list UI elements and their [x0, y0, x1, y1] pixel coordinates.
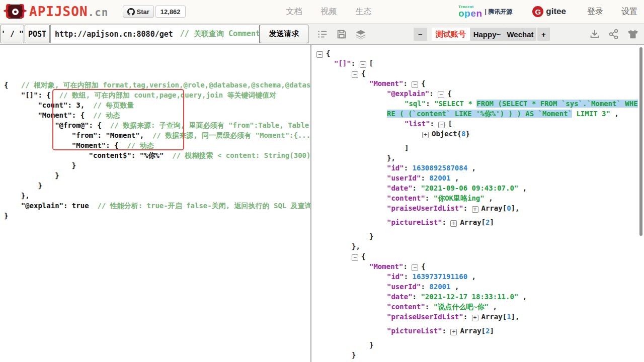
gitee-icon: G: [532, 6, 543, 17]
request-toolbar: ' / " POST http://apijson.cn:8080/get //…: [0, 24, 644, 45]
quote-toggle-button[interactable]: ' / ": [1, 25, 24, 43]
json-row: "list": −[: [311, 119, 644, 129]
nav-videos[interactable]: 视频: [321, 7, 337, 17]
json-row: "Moment": −{: [311, 261, 644, 272]
star-count: 12,862: [155, 6, 186, 18]
expand-toggle-icon[interactable]: +: [472, 206, 478, 213]
code-line: { // 根对象, 可在内部加 format,tag,version,@role…: [4, 80, 310, 90]
code-line: "count": 3, // 每页数量: [4, 100, 310, 110]
json-row: "userId": 82001 ,: [311, 282, 644, 292]
code-line: }: [4, 170, 310, 180]
expand-toggle-icon[interactable]: +: [472, 315, 478, 321]
top-bar: { } APIJSON.cn Star 12,862 文档 视频 生态 Tenc…: [0, 0, 644, 24]
code-line: },: [4, 191, 310, 201]
account-tab-happy[interactable]: Happy~: [470, 28, 504, 41]
json-row: }: [311, 231, 644, 241]
json-row: }: [311, 350, 644, 360]
json-row: "praiseUserIdList": +Array[0],: [311, 203, 644, 213]
json-row: RE ( (`content` LIKE '%你%') ) ) AS `Mome…: [311, 109, 644, 119]
collapse-toggle-icon[interactable]: −: [352, 254, 358, 261]
method-button[interactable]: POST: [25, 25, 50, 43]
apijson-logo-icon[interactable]: { }: [4, 3, 26, 20]
expand-toggle-icon[interactable]: +: [450, 329, 457, 335]
main-area: { // 根对象, 可在内部加 format,tag,version,@role…: [0, 45, 644, 362]
github-star-badge[interactable]: Star 12,862: [123, 6, 186, 18]
json-row: "praiseUserIdList": +Array[1],: [311, 312, 644, 322]
url-text: http://apijson.cn:8080/get: [55, 30, 173, 39]
settings-link[interactable]: 设置: [621, 7, 637, 17]
tencent-open-logo[interactable]: Tencent open | 腾讯开源: [458, 5, 512, 18]
collapse-toggle-icon[interactable]: −: [438, 92, 444, 98]
collapse-toggle-icon[interactable]: −: [352, 71, 358, 78]
json-row: −{: [311, 251, 644, 261]
json-row: "[]": −[: [311, 58, 644, 68]
code-line: "Moment": { // 动态: [4, 140, 310, 150]
star-label: Star: [137, 8, 149, 16]
collapse-toggle-icon[interactable]: −: [316, 51, 323, 58]
json-row: "content": "说点什么吧~你" ,: [311, 302, 644, 312]
code-line: "[]": { // 数组, 可在内部加 count,page,query,jo…: [4, 90, 310, 100]
json-row: −{: [311, 48, 644, 58]
json-row: "userId": 82001 ,: [311, 173, 644, 183]
code-line: }: [4, 180, 310, 191]
json-row: "sql": "SELECT * FROM (SELECT * FROM `sy…: [311, 99, 644, 109]
expand-toggle-icon[interactable]: +: [422, 132, 429, 138]
json-row: "content": "你OK里咯ing" ,: [311, 193, 644, 203]
response-viewer: −{"[]": −[−{"Moment": −{"@explain": −{"s…: [311, 45, 644, 362]
json-row: "id": 1630892587084 ,: [311, 163, 644, 173]
json-row: "id": 1639737191160 ,: [311, 272, 644, 282]
share-icon[interactable]: [608, 29, 619, 40]
json-row: "Moment": −{: [311, 78, 644, 88]
json-row: "pictureList": +Array[2]: [311, 217, 644, 227]
json-row: ]: [311, 143, 644, 153]
collapse-toggle-icon[interactable]: −: [438, 122, 445, 128]
expand-toggle-icon[interactable]: +: [450, 220, 457, 227]
topbar-right: Tencent open | 腾讯开源 G gitee 登录 设置: [458, 5, 637, 18]
json-row: −{: [311, 68, 644, 78]
url-comment: // 关联查询 Comment.use: [180, 29, 260, 39]
add-account-button[interactable]: +: [537, 28, 550, 41]
json-row: },: [311, 241, 644, 251]
code-line: "Moment": { // 动态: [4, 110, 310, 120]
json-row: },: [311, 153, 644, 163]
json-row: +Object{8}: [311, 129, 644, 139]
code-line: "content$": "%你%" // 模糊搜索 < content: Str…: [4, 150, 310, 160]
brand-title[interactable]: APIJSON.cn: [29, 4, 109, 19]
code-line: }: [4, 211, 310, 221]
nav-ecosystem[interactable]: 生态: [356, 7, 372, 17]
gitee-link[interactable]: G gitee: [532, 6, 566, 17]
account-tab-wechat[interactable]: Wechat: [504, 28, 536, 41]
code-line: "from": "Moment", // 数据来源, 同一层级必须有 "Mome…: [4, 130, 310, 140]
url-input[interactable]: http://apijson.cn:8080/get // 关联查询 Comme…: [50, 25, 260, 43]
layers-icon[interactable]: [355, 29, 366, 40]
save-icon[interactable]: [336, 29, 347, 40]
code-line: }: [4, 160, 310, 170]
github-icon: [127, 8, 135, 16]
code-line: "@from@": { // 数据来源: 子查询, 里面必须有 "from":T…: [4, 120, 310, 130]
send-request-button[interactable]: 发送请求: [260, 25, 308, 43]
collapse-toggle-icon[interactable]: −: [412, 81, 418, 88]
json-row: "date": "2021-12-17 18:33:11.0" ,: [311, 292, 644, 302]
json-row: "@explain": −{: [311, 88, 644, 99]
main-nav: 文档 视频 生态: [286, 7, 372, 17]
json-row: }: [311, 340, 644, 350]
collapse-toggle-icon[interactable]: −: [360, 61, 366, 68]
remove-account-button[interactable]: −: [414, 28, 427, 41]
json-row: "pictureList": +Array[2]: [311, 326, 644, 336]
test-case-list-icon[interactable]: [317, 29, 328, 40]
account-tab-test[interactable]: 测试账号: [432, 28, 470, 41]
theme-tshirt-icon[interactable]: [627, 29, 638, 40]
scrollbar[interactable]: [639, 47, 642, 236]
code-line: "@explain": true // 性能分析: true-开启 false-…: [4, 201, 310, 211]
json-row: "date": "2021-09-06 09:43:07.0" ,: [311, 183, 644, 193]
nav-docs[interactable]: 文档: [286, 7, 302, 17]
collapse-toggle-icon[interactable]: −: [412, 264, 418, 271]
download-icon[interactable]: [589, 29, 600, 40]
request-editor[interactable]: { // 根对象, 可在内部加 format,tag,version,@role…: [0, 45, 311, 362]
login-link[interactable]: 登录: [587, 7, 603, 17]
